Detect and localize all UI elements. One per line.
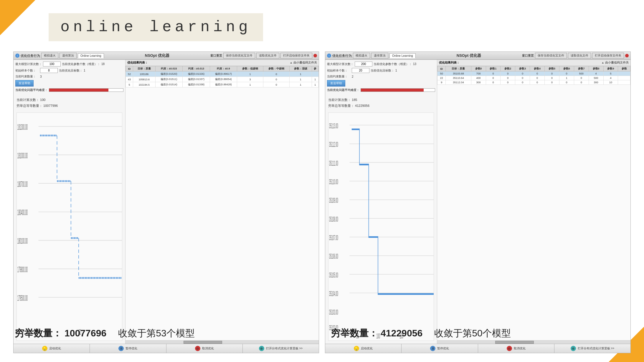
- cell-p4: 1: [312, 82, 318, 87]
- panel-2-btn-save[interactable]: 保存当前优化宝文件: [535, 53, 567, 59]
- p2-col-p10: 参数: [618, 66, 630, 72]
- panel-1-btn-distributed[interactable]: ⊕ 打开分布式优化计算里板 >>: [243, 344, 319, 353]
- panel-1-depth-label: 当前约束数量：: [15, 74, 39, 79]
- panel-2-stats-enum: 穷举总等等数量： 41229056: [328, 103, 434, 109]
- panel-2-btn-start[interactable]: 💡 启动优化: [325, 344, 402, 353]
- panel-2-tab-online[interactable]: Online Learning: [389, 53, 416, 58]
- panel-2-max-iter-input[interactable]: [355, 62, 372, 67]
- panel-2-init-samples-row: 初始样本个数： 当前优化目标数： 1: [327, 68, 435, 73]
- panel-2-titlebar: i 优化任务行为 模拟遗火 遗传算法 Online Learning NSOpt…: [325, 52, 630, 60]
- cell-p3: 0: [515, 76, 530, 80]
- panel-1-max-iter-input[interactable]: [43, 62, 61, 67]
- panel-2-table: ID 目标：质量 参数0 参数1 参数2 参数3 参数4 参数5 参数6 参数7: [437, 66, 630, 85]
- panel-1-tab-genetic[interactable]: 遗传算法: [60, 53, 77, 59]
- cell-p1: 0: [486, 80, 501, 85]
- p2-col-p3: 参数3: [515, 66, 530, 72]
- table-row[interactable]: 9 35112.04 300 0 0 0 0 0 0 0 300: [437, 80, 630, 85]
- panel-2-stats-iter-value: 185: [352, 98, 357, 102]
- panel-2-tab-genetic[interactable]: 遗传算法: [371, 53, 388, 59]
- cell-id: 5: [126, 82, 133, 87]
- panel-1-table-container: ID 目标：质量 约束：±0.015 约束：±0.013 约束：±0.9 参数：…: [126, 66, 319, 340]
- panel-2-btn-load[interactable]: 读取优化文件: [568, 53, 591, 59]
- bottom-panel-1: 穷举数量： 10077696 收敛于第53个模型: [9, 323, 319, 344]
- pause-icon: ⏸: [118, 346, 124, 351]
- panel-1-btn-pause[interactable]: ⏸ 暂停优化: [90, 344, 166, 353]
- panel-2-btn-cancel[interactable]: ⊖ 取消优化: [478, 344, 554, 353]
- panel-1-icon: i: [15, 54, 19, 58]
- panel-1-close-icon[interactable]: [313, 54, 317, 57]
- panel-2-table-container: ID 目标：质量 参数0 参数1 参数2 参数3 参数4 参数5 参数6 参数7: [437, 66, 630, 340]
- svg-text:35106.00: 35106.00: [329, 252, 338, 260]
- cell-p4: 0: [530, 80, 545, 85]
- cell-id: 52: [126, 72, 133, 77]
- panel-2-btn-start-label: 启动优化: [361, 346, 373, 351]
- panel-1-btn-open[interactable]: 打开启动保存文件夹: [280, 53, 312, 59]
- panel-1-init-samples-label: 初始样本个数：: [15, 69, 39, 73]
- panel-2-send-btn[interactable]: 发送帮助: [327, 80, 345, 87]
- panel-1-init-samples-input[interactable]: [40, 68, 58, 73]
- panel-1-btn-load[interactable]: 读取优化文件: [256, 53, 279, 59]
- panel-2-btn-distributed[interactable]: ⊕ 打开分布式优化计算里板 >>: [554, 344, 630, 353]
- panel-2-titlebar-right: 窗口重置 保存当前优化宝文件 读取优化文件 打开启动保存文件夹: [522, 53, 629, 59]
- panel-2-btn-cancel-label: 取消优化: [514, 346, 526, 351]
- cell-c2: 偏差(0.01337): [183, 77, 210, 82]
- panel-2-btn-open[interactable]: 打开启动保存文件夹: [592, 53, 624, 59]
- cell-c3: 偏差(0.88054): [210, 77, 237, 82]
- bottom-enum-prefix-2: 穷举数量：: [331, 328, 378, 338]
- cell-quality: 35112.04: [446, 80, 471, 85]
- panel-1-col-p1: 参数：低碳钢: [237, 66, 263, 72]
- cell-p0: 400: [471, 76, 486, 80]
- cell-p1: 0: [486, 72, 501, 76]
- panel-1-btn-start[interactable]: 💡 启动优化: [14, 344, 90, 353]
- svg-text:180100.00: 180100.00: [17, 236, 28, 245]
- table-row[interactable]: 5 102194.5 偏差(0.01514) 偏差(0.01338) 偏差(0.…: [126, 82, 319, 87]
- panel-1-send-btn[interactable]: 发送帮助: [15, 80, 34, 87]
- cell-p6: 1: [559, 76, 574, 80]
- panel-2-close-icon[interactable]: [625, 54, 629, 57]
- cell-p3: 0: [515, 72, 530, 76]
- panel-1-btn-distributed-label: 打开分布式优化计算里板 >>: [266, 346, 303, 351]
- p2-col-quality: 目标：质量: [446, 66, 471, 72]
- panel-1-left: 最大模型计算次数： 当前优化参数个数（维度）： 18 初始样本个数： 当前优化目…: [14, 60, 126, 344]
- panel-1-tab-simu[interactable]: 模拟遗火: [41, 53, 58, 59]
- cell-p7: 500: [574, 72, 589, 76]
- panel-2-right: 优化结果列表： ▲ 由小量低码文件关 ID 目标：质量 参数0 参数1 参数2: [437, 60, 630, 344]
- panel-2-tab-simu[interactable]: 模拟遗火: [353, 53, 370, 59]
- panel-2-chart: 35113.00 35112.00 35111.00 35110.00 3510…: [328, 112, 434, 341]
- cell-p10: [618, 72, 630, 76]
- panel-2-progress-row: 当前优化问题平均难度：: [327, 88, 435, 92]
- panel-2-left: 最大模型计算次数： 当前优化参数个数（维度）： 13 初始样本个数： 当前优化目…: [325, 60, 437, 344]
- panel-1-btn-save[interactable]: 保存当前优化宝文件: [223, 53, 255, 59]
- panel-2-stats-enum-value: 41229056: [355, 104, 369, 107]
- panel-1-titlebar: i 优化任务行为 模拟遗火 遗传算法 Online Learning NSOpt…: [14, 52, 319, 60]
- panel-2-btn-pause[interactable]: ⏸ 暂停优化: [402, 344, 478, 353]
- cell-p4: [312, 72, 318, 77]
- panel-1-results-hint: ▲ 由小量低码文件关: [290, 61, 317, 65]
- svg-text:179500.00: 179500.00: [17, 293, 28, 302]
- panel-2-body: 最大模型计算次数： 当前优化参数个数（维度）： 13 初始样本个数： 当前优化目…: [325, 60, 630, 344]
- bottom-enum-value-1: 10077696: [65, 328, 106, 338]
- table-row[interactable]: 43 105813.6 偏差(0.01511) 偏差(0.01337) 偏差(0…: [126, 77, 319, 82]
- panel-2-init-samples-input[interactable]: [352, 68, 369, 73]
- panel-2-opt-params-label: 当前优化参数个数（维度）：: [374, 62, 412, 66]
- cell-quality: 105186: [133, 72, 155, 77]
- cell-p2: 0: [501, 76, 515, 80]
- cell-quality: 35103.68: [446, 72, 471, 76]
- p2-col-p1: 参数1: [486, 66, 501, 72]
- table-row[interactable]: 52 105186 偏差(0.01520) 偏差(0.01326) 偏差(0.8…: [126, 72, 319, 77]
- panel-1-tab-online[interactable]: Online Learning: [78, 53, 104, 58]
- panel-2-results-hint: ▲ 由小量低码文件关: [601, 61, 629, 65]
- cell-c2: 偏差(0.01326): [183, 72, 210, 77]
- cell-id: 22: [437, 76, 446, 80]
- main-content: i 优化任务行为 模拟遗火 遗传算法 Online Learning NSOpt…: [9, 52, 635, 353]
- panel-2: i 优化任务行为 模拟遗火 遗传算法 Online Learning NSOpt…: [325, 52, 631, 353]
- svg-text:35113.00: 35113.00: [329, 122, 338, 130]
- panel-2-stats: 当前计算次数： 185 穷举总等等数量： 41229056: [327, 96, 435, 110]
- panel-2-stats-iter-label: 当前计算次数：: [328, 98, 351, 102]
- panel-1-col-p3: 参数：湿碳: [289, 66, 312, 72]
- table-row[interactable]: 50 35103.68 700 0 0 0 0 0 0 500 4: [437, 72, 630, 76]
- cell-p3: 1: [289, 77, 312, 82]
- cell-p1: 0: [486, 76, 501, 80]
- table-row[interactable]: 22 35110.64 400 0 0 0 0 0 1 0 500: [437, 76, 630, 80]
- panel-1-btn-cancel[interactable]: ⊖ 取消优化: [166, 344, 243, 353]
